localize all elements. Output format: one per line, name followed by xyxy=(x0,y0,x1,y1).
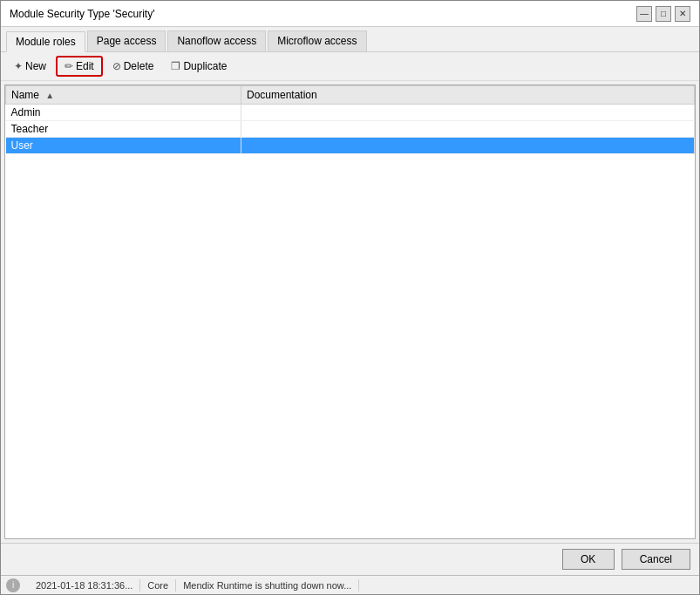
tab-microflow-access[interactable]: Microflow access xyxy=(268,30,366,51)
new-label: New xyxy=(25,60,46,72)
ok-button[interactable]: OK xyxy=(562,549,615,570)
cell-name: User xyxy=(6,138,241,154)
new-icon: ✦ xyxy=(14,60,23,72)
table-row[interactable]: Teacher xyxy=(6,121,695,138)
status-message: Mendix Runtime is shutting down now... xyxy=(176,579,359,592)
roles-table: Name ▲ Documentation AdminTeacherUser xyxy=(5,85,695,154)
status-module: Core xyxy=(140,579,176,592)
delete-label: Delete xyxy=(124,60,154,72)
tabs-bar: Module roles Page access Nanoflow access… xyxy=(1,27,699,52)
table-row[interactable]: Admin xyxy=(6,105,695,121)
status-bar: i 2021-01-18 18:31:36... Core Mendix Run… xyxy=(1,575,699,594)
status-segments: 2021-01-18 18:31:36... Core Mendix Runti… xyxy=(29,579,694,592)
sort-arrow-name: ▲ xyxy=(45,91,54,100)
col-header-name[interactable]: Name ▲ xyxy=(6,86,241,105)
tab-nanoflow-access[interactable]: Nanoflow access xyxy=(167,30,266,51)
duplicate-icon: ❐ xyxy=(171,60,180,72)
cell-documentation xyxy=(241,105,695,121)
bottom-bar: OK Cancel xyxy=(1,543,699,575)
cancel-button[interactable]: Cancel xyxy=(622,549,690,570)
close-button[interactable]: ✕ xyxy=(675,6,690,22)
col-header-documentation[interactable]: Documentation xyxy=(241,86,695,105)
cell-name: Teacher xyxy=(6,121,241,138)
status-timestamp: 2021-01-18 18:31:36... xyxy=(29,579,140,592)
status-info-icon[interactable]: i xyxy=(6,578,20,592)
table-container: Name ▲ Documentation AdminTeacherUser xyxy=(4,85,696,539)
content-area: Name ▲ Documentation AdminTeacherUser xyxy=(1,81,699,543)
duplicate-label: Duplicate xyxy=(183,60,227,72)
main-window: Module Security Type 'Security' — □ ✕ Mo… xyxy=(0,0,700,595)
window-title: Module Security Type 'Security' xyxy=(10,8,154,20)
title-bar: Module Security Type 'Security' — □ ✕ xyxy=(1,1,699,27)
duplicate-button[interactable]: ❐ Duplicate xyxy=(163,57,234,76)
tab-module-roles[interactable]: Module roles xyxy=(6,31,85,52)
window-controls: — □ ✕ xyxy=(636,6,690,22)
toolbar: ✦ New ✏ Edit ⊘ Delete ❐ Duplicate xyxy=(1,52,699,81)
edit-button-wrapper: ✏ Edit xyxy=(56,56,103,77)
cell-documentation xyxy=(241,121,695,138)
table-row[interactable]: User xyxy=(6,138,695,154)
minimize-button[interactable]: — xyxy=(636,6,652,22)
delete-icon: ⊘ xyxy=(112,60,121,72)
edit-icon: ✏ xyxy=(65,60,73,72)
cell-name: Admin xyxy=(6,105,241,121)
cell-documentation xyxy=(241,138,695,154)
edit-button[interactable]: ✏ Edit xyxy=(59,58,99,74)
delete-button[interactable]: ⊘ Delete xyxy=(105,57,162,76)
new-button[interactable]: ✦ New xyxy=(6,57,54,76)
tab-page-access[interactable]: Page access xyxy=(87,30,167,51)
maximize-button[interactable]: □ xyxy=(656,6,671,22)
edit-label: Edit xyxy=(76,60,94,72)
